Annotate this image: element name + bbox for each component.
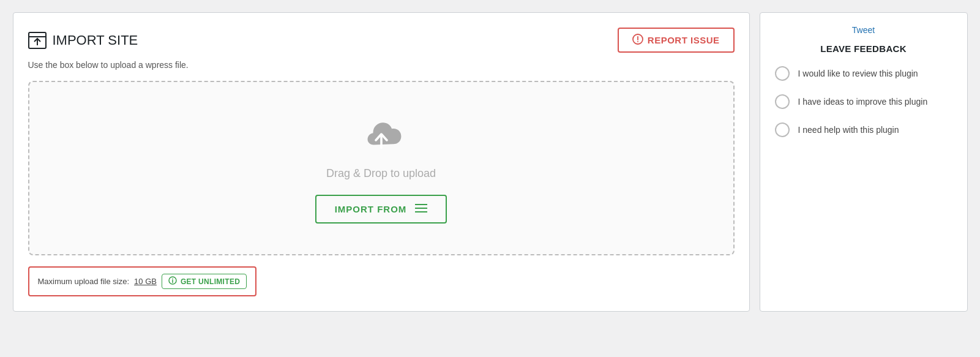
feedback-label-2: I have ideas to improve this plugin [798,97,928,107]
import-from-button[interactable]: IMPORT FROM [315,195,447,224]
info-circle-icon [168,276,177,287]
cloud-upload-icon [359,119,403,157]
get-unlimited-label: GET UNLIMITED [181,277,240,286]
panel-title-text: IMPORT SITE [53,32,138,48]
radio-2[interactable] [775,94,790,109]
radio-3[interactable] [775,122,790,137]
tweet-link[interactable]: Tweet [775,25,952,35]
feedback-label-3: I need help with this plugin [798,125,899,135]
menu-icon [415,203,427,215]
file-size-prefix: Maximum upload file size: [38,277,130,286]
import-from-label: IMPORT FROM [335,204,407,214]
file-size-value: 10 GB [134,277,157,286]
panel-title: IMPORT SITE [28,32,138,49]
get-unlimited-button[interactable]: GET UNLIMITED [162,274,247,289]
feedback-options: I would like to review this plugin I hav… [775,66,952,137]
file-size-row: Maximum upload file size: 10 GB GET UNLI… [28,266,257,296]
svg-point-5 [637,41,638,42]
feedback-option-2[interactable]: I have ideas to improve this plugin [775,94,952,109]
svg-point-12 [172,278,173,279]
report-issue-label: REPORT ISSUE [648,35,720,45]
sidebar-panel: Tweet LEAVE FEEDBACK I would like to rev… [760,12,968,312]
report-issue-button[interactable]: REPORT ISSUE [618,28,735,53]
alert-icon [632,34,643,47]
drop-zone[interactable]: Drag & Drop to upload IMPORT FROM [28,81,735,255]
subtitle-text: Use the box below to upload a wpress fil… [28,60,735,70]
feedback-option-3[interactable]: I need help with this plugin [775,122,952,137]
feedback-label-1: I would like to review this plugin [798,69,918,78]
panel-header: IMPORT SITE REPORT ISSUE [28,28,735,53]
feedback-title: LEAVE FEEDBACK [775,43,952,54]
feedback-option-1[interactable]: I would like to review this plugin [775,66,952,81]
import-site-panel: IMPORT SITE REPORT ISSUE Use the box bel… [13,12,750,312]
radio-1[interactable] [775,66,790,81]
drop-text: Drag & Drop to upload [326,167,436,180]
import-site-icon [28,32,47,49]
